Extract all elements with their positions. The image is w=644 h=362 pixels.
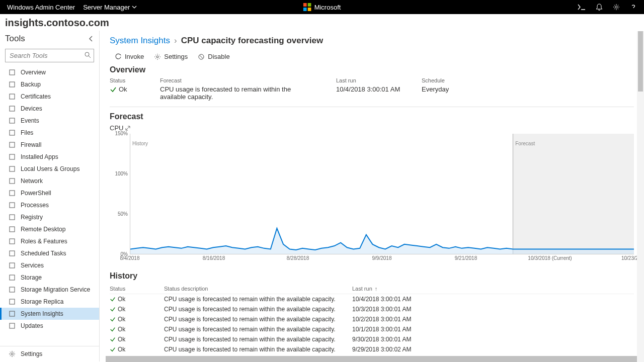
horizontal-scrollbar[interactable] [106, 356, 637, 362]
col-status[interactable]: Status [110, 286, 164, 292]
chart-series-label: CPU [110, 124, 634, 132]
sidebar-item-settings[interactable]: Settings [0, 346, 99, 361]
status-value: Ok [119, 85, 127, 93]
app-title: Windows Admin Center [7, 4, 75, 11]
history-row[interactable]: OkCPU usage is forecasted to remain with… [110, 324, 634, 334]
bell-icon[interactable] [596, 4, 603, 11]
sidebar-item-powershell[interactable]: PowerShell [0, 187, 99, 199]
sidebar-item-storage-replica[interactable]: Storage Replica [0, 296, 99, 308]
chevron-right-icon: › [174, 36, 177, 46]
sidebar-item-label: Storage [21, 274, 42, 281]
check-icon [110, 346, 116, 352]
svg-point-28 [11, 353, 13, 355]
sidebar-item-registry[interactable]: Registry [0, 211, 99, 223]
tool-icon [9, 322, 16, 329]
sidebar-item-updates[interactable]: Updates [0, 320, 99, 332]
sort-asc-icon: ↑ [373, 286, 378, 292]
cpu-forecast-chart: 0%50%100%150% History Forecast 8/4/20188… [110, 134, 634, 264]
sidebar-item-label: Services [21, 262, 44, 269]
history-row[interactable]: OkCPU usage is forecasted to remain with… [110, 334, 634, 344]
tool-icon [9, 250, 16, 257]
settings-button[interactable]: Settings [154, 53, 188, 60]
sidebar-item-storage[interactable]: Storage [0, 272, 99, 284]
sidebar-item-backup[interactable]: Backup [0, 78, 99, 90]
sidebar-item-label: Events [21, 117, 39, 124]
expand-icon[interactable] [125, 126, 130, 131]
breadcrumb-current: CPU capacity forecasting overview [181, 36, 324, 46]
svg-point-29 [156, 56, 158, 58]
tool-icon [9, 202, 16, 209]
sidebar-item-devices[interactable]: Devices [0, 103, 99, 115]
host-name: insights.contoso.com [0, 14, 644, 31]
svg-rect-8 [10, 94, 15, 99]
search-tools[interactable] [5, 49, 94, 62]
svg-rect-23 [10, 275, 15, 280]
tool-icon [9, 177, 16, 185]
tool-icon [9, 153, 16, 160]
col-lastrun[interactable]: Last run ↑ [352, 286, 453, 292]
tool-icon [9, 226, 16, 233]
help-icon[interactable] [630, 4, 637, 11]
history-row[interactable]: OkCPU usage is forecasted to remain with… [110, 344, 634, 354]
breadcrumb-parent[interactable]: System Insights [110, 36, 170, 46]
sidebar-item-processes[interactable]: Processes [0, 199, 99, 211]
sidebar-item-firewall[interactable]: Firewall [0, 139, 99, 151]
refresh-icon [115, 53, 122, 60]
sidebar-item-scheduled-tasks[interactable]: Scheduled Tasks [0, 247, 99, 259]
sidebar-item-events[interactable]: Events [0, 115, 99, 127]
sidebar-item-certificates[interactable]: Certificates [0, 90, 99, 103]
tool-icon [9, 69, 16, 76]
tool-icon [9, 105, 16, 112]
disable-button[interactable]: Disable [198, 53, 229, 60]
sidebar-item-roles-features[interactable]: Roles & Features [0, 235, 99, 247]
svg-rect-7 [10, 82, 15, 87]
sidebar-item-remote-desktop[interactable]: Remote Desktop [0, 223, 99, 235]
server-manager-dropdown[interactable]: Server Manager [83, 4, 137, 11]
sidebar-item-network[interactable]: Network [0, 175, 99, 187]
tool-icon [9, 190, 16, 197]
chevron-down-icon [132, 5, 137, 10]
invoke-button[interactable]: Invoke [115, 53, 144, 60]
content: System Insights › CPU capacity forecasti… [100, 31, 644, 361]
tool-icon [9, 129, 16, 136]
sidebar-item-services[interactable]: Services [0, 259, 99, 272]
sidebar-item-files[interactable]: Files [0, 127, 99, 139]
sidebar-item-label: Roles & Features [21, 238, 67, 245]
svg-rect-13 [10, 154, 15, 159]
history-row[interactable]: OkCPU usage is forecasted to remain with… [110, 304, 634, 314]
search-input[interactable] [5, 49, 94, 62]
forecast-title: Forecast [110, 112, 634, 121]
sidebar-item-label: Settings [21, 350, 42, 357]
check-icon [110, 86, 117, 93]
tool-icon [9, 141, 16, 148]
history-row[interactable]: OkCPU usage is forecasted to remain with… [110, 294, 634, 304]
sidebar-item-installed-apps[interactable]: Installed Apps [0, 151, 99, 163]
history-row[interactable]: OkCPU usage is forecasted to remain with… [110, 314, 634, 324]
sidebar-item-storage-migration-service[interactable]: Storage Migration Service [0, 284, 99, 296]
sidebar-item-label: Remote Desktop [21, 226, 65, 233]
tool-icon [9, 238, 16, 245]
collapse-sidebar-icon[interactable] [88, 36, 94, 42]
check-icon [110, 296, 116, 302]
vertical-scrollbar[interactable] [637, 31, 644, 362]
svg-rect-3 [308, 8, 311, 11]
sidebar-item-label: Updates [21, 322, 43, 329]
microsoft-logo-icon [303, 3, 311, 11]
sidebar-item-system-insights[interactable]: System Insights [0, 308, 99, 320]
svg-rect-12 [10, 142, 15, 147]
sidebar-item-overview[interactable]: Overview [0, 66, 99, 78]
sidebar-item-label: Storage Migration Service [21, 286, 90, 293]
sidebar-item-label: PowerShell [21, 190, 51, 197]
sidebar-item-label: Scheduled Tasks [21, 250, 66, 257]
svg-rect-20 [10, 239, 15, 244]
tool-icon [9, 214, 16, 221]
forecast-label: Forecast [160, 77, 316, 83]
schedule-value: Everyday [422, 85, 449, 93]
sidebar-item-label: Devices [21, 105, 42, 112]
forecast-value: CPU usage is forecasted to remain within… [160, 85, 316, 101]
gear-icon[interactable] [613, 4, 620, 11]
sidebar-item-local-users-groups[interactable]: Local Users & Groups [0, 163, 99, 175]
tool-icon [9, 81, 16, 88]
col-desc[interactable]: Status description [164, 286, 352, 292]
console-icon[interactable] [578, 4, 586, 11]
